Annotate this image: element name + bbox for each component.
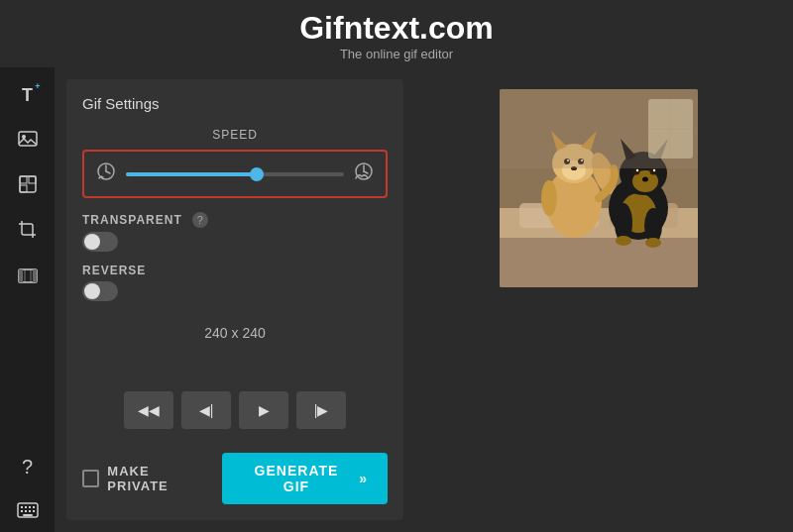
sidebar: T + (0, 67, 55, 532)
make-private-label: MAKE PRIVATE (107, 464, 209, 493)
transparent-help-icon[interactable]: ? (192, 212, 208, 228)
slow-speed-icon (96, 161, 116, 186)
svg-rect-19 (33, 510, 35, 512)
site-subtitle: The online gif editor (0, 47, 793, 61)
settings-panel: Gif Settings SPEED (66, 79, 403, 520)
frames-tool-icon (17, 265, 39, 291)
make-private-checkbox[interactable] (82, 470, 99, 487)
transparent-label: TRANSPARENT (82, 213, 182, 227)
svg-rect-14 (29, 506, 31, 508)
help-icon: ? (22, 456, 33, 479)
sidebar-item-frames-tool[interactable] (8, 258, 48, 297)
toggle-section: TRANSPARENT ? REVERSE (82, 212, 388, 301)
svg-point-49 (652, 169, 654, 171)
svg-point-53 (616, 236, 631, 246)
play-button[interactable]: ▶ (239, 391, 288, 429)
speed-slider[interactable] (126, 164, 344, 184)
preview-area (415, 79, 781, 520)
reverse-label: REVERSE (82, 264, 146, 277)
main-layout: T + (0, 67, 793, 532)
gif-preview-svg (500, 89, 698, 287)
bottom-bar: MAKE PRIVATE GENERATE GIF » (82, 443, 388, 504)
prev-frame-icon: ◀| (199, 402, 214, 418)
svg-point-54 (645, 238, 661, 248)
prev-frame-button[interactable]: ◀| (181, 391, 231, 429)
text-tool-icon: T (22, 85, 33, 106)
svg-rect-12 (21, 506, 23, 508)
image-tool-icon (17, 128, 39, 155)
svg-point-46 (632, 168, 639, 175)
speed-section: SPEED (82, 128, 388, 198)
content-area: Gif Settings SPEED (55, 67, 793, 532)
reverse-toggle-knob (84, 283, 100, 299)
speed-label: SPEED (212, 128, 258, 142)
sidebar-item-text-tool[interactable]: T + (8, 75, 48, 115)
playback-controls: ◀◀ ◀| ▶ |▶ (82, 381, 388, 429)
sticker-tool-icon (17, 173, 39, 200)
svg-rect-7 (19, 269, 23, 282)
rewind-button[interactable]: ◀◀ (124, 391, 173, 429)
rewind-icon: ◀◀ (138, 402, 160, 418)
slider-fill (126, 172, 257, 176)
next-frame-icon: |▶ (314, 402, 329, 418)
reverse-toggle[interactable] (82, 281, 118, 301)
panel-title: Gif Settings (82, 95, 388, 112)
speed-control-box (82, 150, 388, 198)
svg-rect-2 (20, 176, 36, 192)
fast-speed-icon (354, 161, 374, 186)
gif-preview (500, 89, 698, 287)
reverse-row: REVERSE (82, 264, 388, 301)
transparent-row: TRANSPARENT ? (82, 212, 388, 252)
svg-rect-8 (33, 269, 37, 282)
svg-rect-18 (29, 510, 31, 512)
svg-rect-17 (25, 510, 27, 512)
header: Gifntext.com The online gif editor (0, 0, 793, 67)
play-icon: ▶ (259, 402, 270, 418)
generate-gif-button[interactable]: GENERATE GIF » (222, 453, 388, 504)
svg-rect-16 (21, 510, 23, 512)
slider-track (126, 172, 344, 176)
generate-gif-label: GENERATE GIF (242, 463, 351, 494)
crop-tool-icon (17, 219, 39, 246)
sidebar-item-crop-tool[interactable] (8, 212, 48, 252)
next-frame-button[interactable]: |▶ (296, 391, 346, 429)
sidebar-item-help[interactable]: ? (8, 447, 48, 486)
svg-point-48 (635, 169, 637, 171)
sidebar-item-keyboard[interactable] (8, 492, 48, 532)
sidebar-item-sticker-tool[interactable] (8, 166, 48, 206)
generate-gif-icon: » (359, 471, 368, 486)
svg-point-39 (541, 180, 557, 216)
text-tool-plus-icon: + (35, 81, 40, 91)
svg-point-50 (642, 177, 648, 182)
transparent-toggle-knob (84, 234, 100, 250)
transparent-toggle[interactable] (82, 232, 118, 252)
svg-point-47 (649, 168, 656, 175)
make-private-checkbox-row[interactable]: MAKE PRIVATE (82, 464, 210, 493)
slider-thumb (250, 167, 264, 181)
keyboard-icon (17, 502, 39, 523)
svg-rect-15 (33, 506, 35, 508)
dimensions-display: 240 x 240 (82, 325, 388, 341)
sidebar-item-image-tool[interactable] (8, 121, 48, 160)
site-title: Gifntext.com (0, 10, 793, 47)
svg-rect-13 (25, 506, 27, 508)
svg-rect-20 (23, 514, 33, 516)
